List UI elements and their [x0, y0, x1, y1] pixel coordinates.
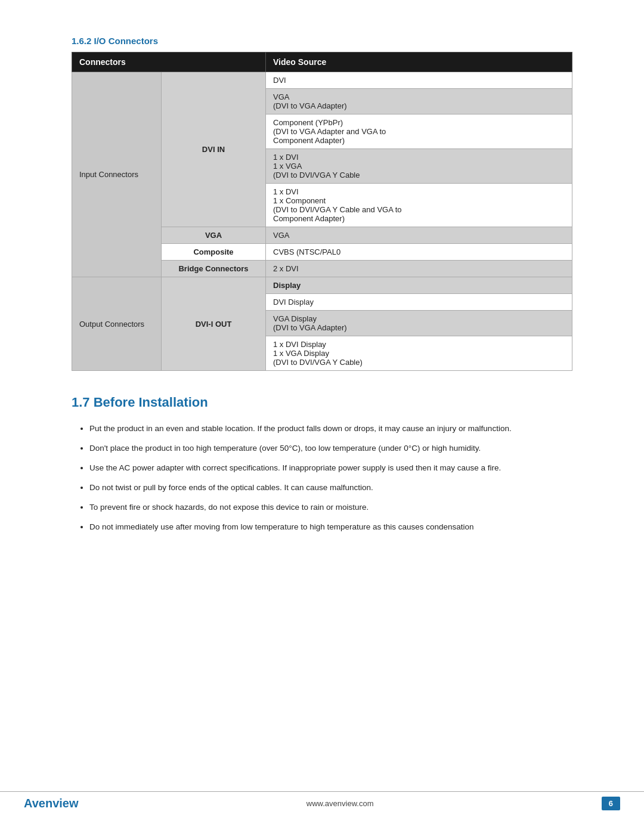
video-source-vga-adapter: VGA(DVI to VGA Adapter) — [266, 89, 572, 114]
connectors-table: Connectors Video Source Input Connectors… — [72, 52, 572, 371]
list-item: Put the product in an even and stable lo… — [89, 422, 572, 436]
output-connectors-label: Output Connectors — [72, 277, 162, 371]
composite-label: Composite — [162, 244, 266, 261]
page-footer: Avenview www.avenview.com 6 — [0, 791, 644, 815]
video-source-1xdvi-1xvga-display: 1 x DVI Display1 x VGA Display(DVI to DV… — [266, 336, 572, 371]
video-source-cvbs: CVBS (NTSC/PAL0 — [266, 244, 572, 261]
page: 1.6.2 I/O Connectors Connectors Video So… — [0, 0, 644, 833]
table-header-row: Connectors Video Source — [72, 52, 572, 72]
video-source-vga: VGA — [266, 227, 572, 244]
bridge-connectors-label: Bridge Connectors — [162, 261, 266, 277]
table-row: Output Connectors DVI-I OUT Display — [72, 277, 572, 294]
video-source-2xdvi: 2 x DVI — [266, 261, 572, 277]
logo-text: A — [24, 797, 32, 810]
video-source-dvi-display: DVI Display — [266, 294, 572, 311]
table-row: Input Connectors DVI IN DVI — [72, 72, 572, 89]
list-item: Don't place the product in too high temp… — [89, 442, 572, 456]
col1-header: Connectors — [72, 52, 266, 72]
footer-page-number: 6 — [602, 797, 620, 810]
logo-text-ven: venview — [32, 797, 79, 810]
video-source-dvi: DVI — [266, 72, 572, 89]
footer-url: www.avenview.com — [306, 799, 374, 808]
video-source-vga-display: VGA Display(DVI to VGA Adapter) — [266, 311, 572, 336]
dvi-i-out-label: DVI-I OUT — [162, 277, 266, 371]
input-connectors-label: Input Connectors — [72, 72, 162, 277]
col2-header: Video Source — [266, 52, 572, 72]
section-1-7: 1.7 Before Installation Put the product … — [72, 395, 572, 534]
before-installation-list: Put the product in an even and stable lo… — [72, 422, 572, 534]
video-source-1xdvi-1xvga: 1 x DVI1 x VGA(DVI to DVI/VGA Y Cable — [266, 149, 572, 184]
footer-logo: Avenview — [24, 797, 79, 810]
video-source-1xdvi-1xcomp: 1 x DVI1 x Component(DVI to DVI/VGA Y Ca… — [266, 184, 572, 227]
section-1-6-2: 1.6.2 I/O Connectors Connectors Video So… — [72, 36, 572, 371]
list-item: Use the AC power adapter with correct sp… — [89, 462, 572, 475]
vga-label: VGA — [162, 227, 266, 244]
video-source-display-header: Display — [266, 277, 572, 294]
list-item: Do not twist or pull by force ends of th… — [89, 481, 572, 495]
section-1-7-heading: 1.7 Before Installation — [72, 395, 572, 410]
list-item: To prevent fire or shock hazards, do not… — [89, 501, 572, 515]
video-source-component: Component (YPbPr)(DVI to VGA Adapter and… — [266, 114, 572, 149]
section-1-6-2-heading: 1.6.2 I/O Connectors — [72, 36, 572, 46]
dvi-in-label: DVI IN — [162, 72, 266, 227]
list-item: Do not immediately use after moving from… — [89, 521, 572, 534]
